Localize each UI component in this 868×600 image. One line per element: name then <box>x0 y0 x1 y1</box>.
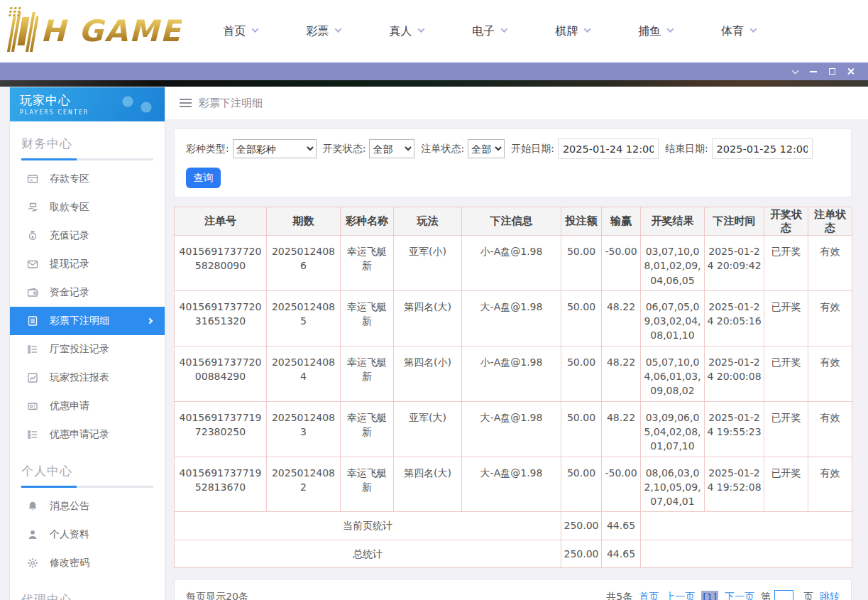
sidebar-item-label: 优惠申请 <box>50 400 89 413</box>
nav-item-label: 真人 <box>389 24 412 39</box>
table-cell: 2025-01-24 19:55:23 <box>705 401 764 457</box>
start-date-input[interactable] <box>558 138 659 159</box>
sidebar-item-label: 存款专区 <box>50 173 89 185</box>
jump-go-link[interactable]: 跳转 <box>820 591 840 600</box>
logo-mark-icon <box>7 11 40 52</box>
sidebar-item-lottery-bet-detail[interactable]: 彩票下注明细 <box>10 307 165 335</box>
sidebar-item-withdraw[interactable]: 取款专区 <box>10 193 165 222</box>
lottery-type-select[interactable]: 全部彩种 <box>233 139 317 158</box>
sidebar-item-label: 玩家投注报表 <box>50 371 109 384</box>
window-maximize-icon[interactable] <box>823 65 841 79</box>
summary-empty <box>641 512 852 540</box>
sidebar-item-label: 资金记录 <box>50 286 89 299</box>
sidebar-item-label: 修改密码 <box>50 557 89 569</box>
window-close-icon[interactable] <box>841 65 859 79</box>
table-cell: -50.00 <box>602 236 641 291</box>
sidebar-section-title: 财务中心 <box>21 136 153 152</box>
nav-item-label: 捕鱼 <box>638 24 661 39</box>
sidebar-item-deposit[interactable]: 存款专区 <box>10 165 165 193</box>
table-cell: 2025-01-24 20:05:16 <box>705 290 764 346</box>
sidebar-item-notice[interactable]: 消息公告 <box>10 492 165 520</box>
nav-item-lottery[interactable]: 彩票 <box>306 17 341 46</box>
site-header: H GAME 首页彩票真人电子棋牌捕鱼体育 <box>0 0 868 62</box>
summary-label: 当前页统计 <box>175 512 561 540</box>
jump-suffix-text: 页 <box>803 591 813 600</box>
sidebar-item-player-report[interactable]: 玩家投注报表 <box>10 364 165 392</box>
table-cell: 有效 <box>808 236 852 291</box>
nav-item-chess[interactable]: 棋牌 <box>555 17 590 46</box>
nav-item-electronic[interactable]: 电子 <box>472 17 507 46</box>
window-titlebar <box>0 62 868 80</box>
chevron-down-icon <box>335 26 342 33</box>
next-page-link[interactable]: 下一页 <box>725 591 754 600</box>
draw-status-label: 开奖状态: <box>323 143 366 156</box>
bet-table: 注单号期数彩种名称玩法下注信息投注额输赢开奖结果下注时间开奖状态注单状态 401… <box>174 207 852 568</box>
first-page-link[interactable]: 首页 <box>639 591 659 600</box>
end-date-label: 结束日期: <box>665 143 708 156</box>
column-header-9: 开奖状态 <box>764 207 808 236</box>
hall-bet-record-icon <box>27 344 38 355</box>
menu-toggle-icon[interactable] <box>180 99 192 107</box>
column-header-10: 注单状态 <box>808 207 852 236</box>
summary-row: 当前页统计250.0044.65 <box>175 512 852 540</box>
sidebar-item-profile[interactable]: 个人资料 <box>10 520 165 549</box>
section-underline <box>21 486 153 488</box>
table-cell: 第四名(大) <box>394 290 462 346</box>
table-cell: 已开奖 <box>764 236 808 291</box>
nav-item-sports[interactable]: 体育 <box>721 17 756 46</box>
summary-winloss-total: 44.65 <box>602 540 641 567</box>
search-button[interactable]: 查询 <box>186 168 221 188</box>
table-cell: 第四名(小) <box>394 346 462 401</box>
table-cell: 48.22 <box>602 401 641 457</box>
main-area: 彩票下注明细 彩种类型: 全部彩种 开奖状态: 全部 <box>165 87 868 600</box>
column-header-0: 注单号 <box>175 207 267 236</box>
nav-item-label: 电子 <box>472 24 495 39</box>
table-cell: 有效 <box>808 457 852 512</box>
window-minimize-icon[interactable] <box>804 65 823 79</box>
table-cell: 08,06,03,02,10,05,09,07,04,01 <box>641 457 705 512</box>
sidebar-subtitle: PLAYERS CENTER <box>20 109 165 116</box>
sidebar-item-recharge-record[interactable]: 充值记录 <box>10 222 165 250</box>
sidebar-item-funds-record[interactable]: 资金记录 <box>10 278 165 307</box>
sidebar-item-withdrawal-record[interactable]: 提现记录 <box>10 250 165 278</box>
sidebar-item-promo-apply[interactable]: 优惠申请 <box>10 392 165 420</box>
table-row: 40156917377200088429020250124084幸运飞艇新第四名… <box>175 346 852 401</box>
prev-page-link[interactable]: 上一页 <box>665 591 695 600</box>
sidebar-section: 财务中心存款专区取款专区充值记录提现记录资金记录彩票下注明细厅室投注记录玩家投注… <box>10 136 165 449</box>
table-cell: 有效 <box>808 401 852 457</box>
window-collapse-icon[interactable] <box>786 65 804 79</box>
sidebar-item-hall-bet-record[interactable]: 厅室投注记录 <box>10 335 165 364</box>
chevron-right-icon <box>147 318 153 324</box>
player-report-icon <box>27 372 38 383</box>
sidebar-section-title: 个人中心 <box>21 463 153 479</box>
top-nav: 首页彩票真人电子棋牌捕鱼体育 <box>223 17 804 46</box>
end-date-input[interactable] <box>712 138 813 159</box>
logo[interactable]: H GAME <box>11 11 182 52</box>
promo-record-icon <box>27 429 38 440</box>
table-cell: 2025-01-24 20:09:42 <box>705 236 764 291</box>
sidebar-item-password[interactable]: 修改密码 <box>10 549 165 577</box>
nav-item-home[interactable]: 首页 <box>223 17 258 46</box>
table-cell: 有效 <box>808 290 852 346</box>
summary-row: 总统计250.0044.65 <box>175 540 852 567</box>
table-cell: 第四名(大) <box>394 457 462 512</box>
players-center-header: 玩家中心 PLAYERS CENTER <box>10 87 165 121</box>
column-header-5: 投注额 <box>561 207 602 236</box>
sidebar-item-promo-record[interactable]: 优惠申请记录 <box>10 420 165 449</box>
jump-page-input[interactable] <box>774 590 793 600</box>
order-status-select[interactable]: 全部 <box>468 139 505 158</box>
sidebar-section: 代理中心 <box>10 591 165 600</box>
recharge-record-icon <box>27 230 38 241</box>
table-cell: -50.00 <box>602 457 641 512</box>
table-cell: 50.00 <box>561 236 602 291</box>
sidebar-item-label: 优惠申请记录 <box>50 428 109 441</box>
table-cell: 幸运飞艇新 <box>341 346 394 401</box>
nav-item-fishing[interactable]: 捕鱼 <box>638 17 673 46</box>
column-header-2: 彩种名称 <box>341 207 394 236</box>
table-cell: 幸运飞艇新 <box>341 290 394 346</box>
table-cell: 2025-01-24 20:00:08 <box>705 346 764 401</box>
deposit-icon <box>27 173 38 185</box>
profile-icon <box>27 529 38 540</box>
nav-item-live[interactable]: 真人 <box>389 17 424 46</box>
draw-status-select[interactable]: 全部 <box>369 139 414 158</box>
